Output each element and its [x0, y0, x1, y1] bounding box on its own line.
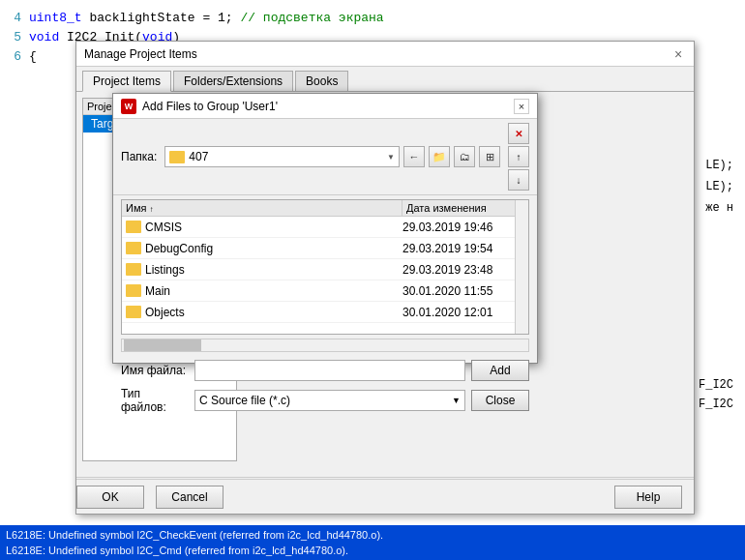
tab-books[interactable]: Books: [295, 71, 348, 91]
close-button[interactable]: Close: [471, 390, 529, 411]
code-line-4: 4 uint8_t backlightState = 1; // подсвет…: [0, 8, 745, 27]
tab-project-items[interactable]: Project Items: [82, 71, 171, 92]
file-date-listings: 29.03.2019 23:48: [402, 263, 528, 277]
cancel-button[interactable]: Cancel: [156, 486, 224, 509]
folder-value: 407: [189, 150, 208, 163]
file-date-objects: 30.01.2020 12:01: [402, 306, 528, 319]
move-up-button[interactable]: ↑: [508, 146, 529, 167]
nav-back-button[interactable]: ←: [403, 146, 425, 167]
folder-icon-cmsis: [126, 221, 141, 233]
horizontal-scrollbar[interactable]: [121, 339, 529, 352]
help-button[interactable]: Help: [614, 486, 682, 509]
right-code-snippets: LE); LE); же н: [705, 155, 733, 219]
file-name-cmsis: CMSIS: [145, 221, 402, 234]
combo-arrow-icon: ▼: [387, 153, 395, 162]
file-name-debugconfig: DebugConfig: [145, 242, 402, 255]
folder-icon-objects: [126, 306, 141, 318]
scrollbar[interactable]: [515, 200, 528, 334]
side-action-buttons: ✕ ↑ ↓: [508, 123, 529, 191]
add-files-titlebar: W Add Files to Group 'User1' ×: [113, 94, 537, 119]
column-date: Дата изменения: [402, 200, 528, 216]
file-row-cmsis[interactable]: CMSIS 29.03.2019 19:46: [122, 217, 528, 238]
filetype-value: C Source file (*.c): [199, 394, 290, 407]
add-files-dialog: W Add Files to Group 'User1' × Папка: 40…: [112, 93, 538, 364]
folder-icon-main: [126, 284, 141, 297]
file-row-main[interactable]: Main 30.01.2020 11:55: [122, 280, 528, 302]
folder-icon-debugconfig: [126, 242, 141, 254]
nav-folder-up-button[interactable]: 📁: [429, 146, 450, 167]
nav-new-folder-button[interactable]: 🗂: [454, 146, 475, 167]
folder-icon-listings: [126, 263, 141, 276]
folder-label: Папка:: [121, 150, 157, 163]
filename-row: Имя файла: Add: [113, 356, 537, 385]
file-list-header: Имя ↑ Дата изменения: [122, 200, 528, 217]
filetype-row: Тип файлов: C Source file (*.c) ▼ Close: [113, 385, 537, 416]
manage-dialog-titlebar: Manage Project Items ×: [76, 42, 694, 67]
file-list-area: Имя ↑ Дата изменения CMSIS 29.03.2019 19…: [121, 199, 529, 335]
add-files-close[interactable]: ×: [514, 99, 529, 114]
filename-input[interactable]: [194, 360, 465, 381]
ok-button[interactable]: OK: [76, 486, 144, 509]
file-row-listings[interactable]: Listings 29.03.2019 23:48: [122, 259, 528, 280]
add-button[interactable]: Add: [471, 360, 529, 381]
right-code-snippets2: F_I2C F_I2C: [699, 375, 733, 414]
manage-dialog-tabs: Project Items Folders/Extensions Books: [76, 67, 694, 92]
status-bar: L6218E: Undefined symbol I2C_CheckEvent …: [0, 525, 745, 560]
file-name-listings: Listings: [145, 263, 402, 277]
manage-dialog-close[interactable]: ×: [670, 46, 686, 62]
file-name-main: Main: [145, 284, 402, 298]
manage-dialog-title: Manage Project Items: [84, 47, 197, 61]
status-line-2: L6218E: Undefined symbol I2C_Cmd (referr…: [6, 543, 739, 558]
add-files-toolbar: Папка: 407 ▼ ← 📁 🗂 ⊞ ✕ ↑ ↓: [113, 119, 537, 195]
file-date-cmsis: 29.03.2019 19:46: [402, 221, 528, 234]
filetype-combo[interactable]: C Source file (*.c) ▼: [194, 390, 465, 411]
filetype-combo-arrow: ▼: [452, 396, 461, 405]
column-name: Имя ↑: [122, 200, 402, 216]
folder-icon: [169, 151, 185, 163]
nav-view-button[interactable]: ⊞: [479, 146, 500, 167]
file-date-main: 30.01.2020 11:55: [402, 284, 528, 298]
filetype-label: Тип файлов:: [121, 387, 189, 414]
move-down-button[interactable]: ↓: [508, 169, 529, 191]
tab-folders-extensions[interactable]: Folders/Extensions: [173, 71, 293, 91]
wv-logo-icon: W: [121, 99, 136, 114]
folder-combo[interactable]: 407 ▼: [164, 146, 400, 167]
filename-label: Имя файла:: [121, 364, 189, 377]
file-date-debugconfig: 29.03.2019 19:54: [402, 242, 528, 255]
ok-cancel-row: OK Cancel Help: [76, 479, 694, 514]
file-row-debugconfig[interactable]: DebugConfig 29.03.2019 19:54: [122, 238, 528, 259]
file-row-objects[interactable]: Objects 30.01.2020 12:01: [122, 302, 528, 323]
add-files-title: Add Files to Group 'User1': [142, 100, 278, 113]
delete-button[interactable]: ✕: [508, 123, 529, 144]
status-line-1: L6218E: Undefined symbol I2C_CheckEvent …: [6, 527, 739, 543]
file-name-objects: Objects: [145, 306, 402, 319]
sort-arrow-icon: ↑: [150, 205, 154, 214]
add-files-title-area: W Add Files to Group 'User1': [121, 99, 278, 114]
